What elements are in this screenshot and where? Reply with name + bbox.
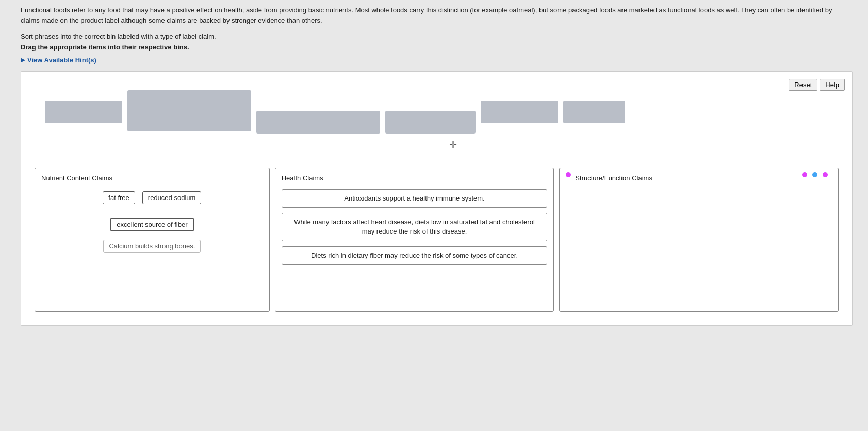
item-excellent-fiber[interactable]: excellent source of fiber bbox=[110, 218, 193, 231]
nutrient-bin-title: Nutrient Content Claims bbox=[41, 174, 263, 182]
health-bin-title: Health Claims bbox=[282, 174, 548, 182]
bins-row: Nutrient Content Claims fat free reduced… bbox=[29, 168, 844, 317]
crosshair-icon: ✛ bbox=[449, 139, 457, 151]
health-card-2[interactable]: While many factors affect heart disease,… bbox=[282, 213, 548, 241]
bin-structure[interactable]: Structure/Function Claims bbox=[559, 168, 839, 312]
drag-area: ✛ bbox=[29, 80, 844, 162]
placeholder-5[interactable] bbox=[481, 101, 558, 123]
nutrient-items: fat free reduced sodium excellent source… bbox=[41, 189, 263, 255]
main-container: Reset Help ✛ Nutrient Content Claims fat… bbox=[21, 71, 853, 326]
health-card-1[interactable]: Antioxidants support a healthy immune sy… bbox=[282, 189, 548, 208]
item-reduced-sodium[interactable]: reduced sodium bbox=[142, 191, 202, 204]
hint-link[interactable]: View Available Hint(s) bbox=[21, 56, 853, 64]
dot-blue bbox=[812, 172, 817, 177]
item-calcium-bones[interactable]: Calcium builds strong bones. bbox=[103, 240, 201, 253]
bin-nutrient[interactable]: Nutrient Content Claims fat free reduced… bbox=[35, 168, 270, 312]
placeholder-2[interactable] bbox=[127, 90, 251, 131]
dot-pink-right2 bbox=[823, 172, 828, 177]
bin-health[interactable]: Health Claims Antioxidants support a hea… bbox=[275, 168, 554, 312]
intro-text: Functional foods refer to any food that … bbox=[21, 5, 853, 25]
dot-pink-right1 bbox=[802, 172, 807, 177]
structure-bin-title: Structure/Function Claims bbox=[566, 174, 832, 182]
nutrient-row-2: excellent source of fiber bbox=[108, 216, 195, 234]
page-wrapper: Functional foods refer to any food that … bbox=[0, 0, 868, 336]
instruction1: Sort phrases into the correct bin labele… bbox=[21, 32, 853, 40]
placeholder-6[interactable] bbox=[563, 101, 625, 123]
nutrient-row-1: fat free reduced sodium bbox=[101, 189, 203, 206]
health-card-3[interactable]: Diets rich in dietary fiber may reduce t… bbox=[282, 246, 548, 265]
item-fat-free[interactable]: fat free bbox=[103, 191, 135, 204]
placeholder-1[interactable] bbox=[45, 101, 122, 123]
instruction2: Drag the appropriate items into their re… bbox=[21, 43, 853, 51]
placeholder-4[interactable] bbox=[385, 111, 476, 134]
placeholder-3[interactable] bbox=[256, 111, 380, 134]
nutrient-row-3: Calcium builds strong bones. bbox=[101, 238, 203, 255]
